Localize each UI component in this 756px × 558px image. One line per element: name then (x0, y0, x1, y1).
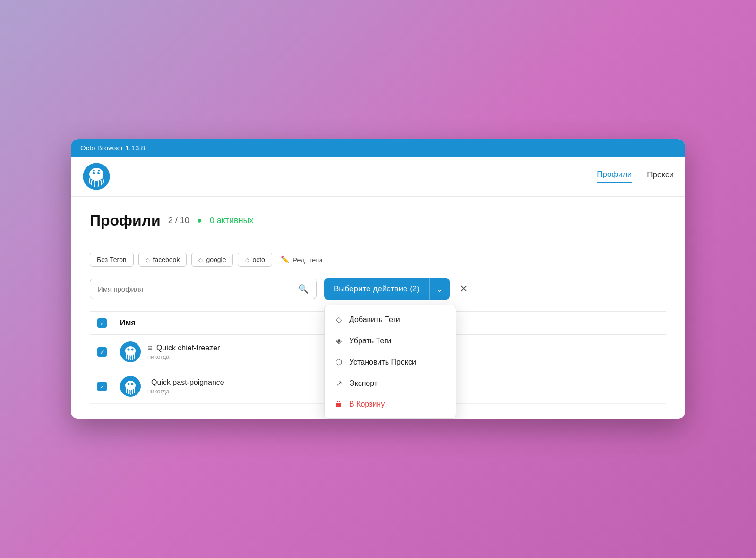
action-dropdown[interactable]: Выберите действие (2) ⌄ (324, 278, 450, 300)
tag-facebook[interactable]: ◇ facebook (138, 253, 187, 267)
edit-tags-button[interactable]: ✏️ Ред. теги (281, 255, 322, 264)
tag-no-tags[interactable]: Без Тегов (90, 253, 134, 267)
remove-tags-label: Убрать Теги (349, 337, 391, 345)
dropdown-item-remove-tags[interactable]: ◈ Убрать Теги (325, 330, 456, 351)
trash-icon: 🗑 (334, 400, 344, 409)
os-icon-1: ⊞ (147, 344, 153, 351)
tag-no-tags-label: Без Тегов (97, 256, 127, 263)
profile-last-used-1: никогда (147, 353, 220, 360)
svg-point-1 (89, 168, 103, 181)
close-action-button[interactable]: ✕ (455, 279, 472, 299)
profile-avatar-1 (120, 341, 141, 362)
profile-info-2: Quick past-poignance никогда (147, 378, 224, 395)
add-tags-icon: ◇ (334, 315, 344, 324)
select-all-checkbox[interactable]: ✓ (97, 318, 107, 328)
remove-tags-icon: ◈ (334, 336, 344, 345)
app-window: Octo Browser 1.13.8 (71, 139, 685, 419)
row1-checkbox-col: ✓ (97, 347, 116, 357)
action-dropdown-label: Выберите действие (2) (324, 279, 429, 299)
svg-point-9 (131, 349, 134, 351)
svg-point-12 (128, 383, 130, 385)
tag-octo-label: octo (252, 256, 265, 263)
svg-point-8 (128, 349, 130, 351)
tag-facebook-label: facebook (153, 256, 180, 263)
nav-tabs: Профили Прокси (597, 170, 674, 183)
dropdown-item-add-tags[interactable]: ◇ Добавить Теги (325, 309, 456, 330)
tag-google-icon: ◇ (198, 256, 203, 263)
row1-checkbox[interactable]: ✓ (97, 347, 107, 357)
tag-octo-icon: ◇ (245, 256, 249, 263)
add-tags-label: Добавить Теги (349, 315, 400, 324)
chevron-down-icon: ⌄ (429, 278, 450, 300)
tag-facebook-icon: ◇ (146, 256, 150, 263)
profile-info-1: ⊞ Quick chief-freezer никогда (147, 344, 220, 360)
title-bar-label: Octo Browser 1.13.8 (80, 144, 145, 152)
logo (82, 162, 111, 191)
profile-avatar-2 (120, 376, 141, 397)
search-box: 🔍 (90, 279, 317, 299)
set-proxy-icon: ⬡ (334, 357, 344, 366)
col-name-header: Имя (120, 319, 136, 327)
set-proxy-label: Установить Прокси (349, 358, 416, 366)
close-icon: ✕ (459, 283, 468, 295)
profile-name-2: Quick past-poignance (151, 378, 224, 387)
row2-checkbox-col: ✓ (97, 382, 116, 391)
tag-octo[interactable]: ◇ octo (238, 253, 272, 267)
header-checkbox-col: ✓ (97, 318, 116, 328)
export-label: Экспорт (349, 379, 378, 388)
search-input[interactable] (98, 285, 298, 293)
profile-name-1: Quick chief-freezer (156, 344, 220, 352)
tag-google[interactable]: ◇ google (191, 253, 233, 267)
dropdown-item-trash[interactable]: 🗑 В Корзину (325, 394, 456, 415)
dropdown-menu: ◇ Добавить Теги ◈ Убрать Теги ⬡ Установи… (324, 305, 456, 419)
dropdown-item-export[interactable]: ↗ Экспорт (325, 373, 456, 394)
edit-tags-pencil-icon: ✏️ (281, 255, 290, 264)
svg-point-13 (131, 383, 134, 385)
export-icon: ↗ (334, 379, 344, 388)
title-bar: Octo Browser 1.13.8 (71, 139, 685, 157)
search-actions-row: 🔍 Выберите действие (2) ⌄ ◇ Добавить Тег… (90, 278, 666, 300)
main-content: Профили 2 / 10 ● 0 активных Без Тегов ◇ … (71, 197, 685, 419)
tags-row: Без Тегов ◇ facebook ◇ google ◇ octo ✏️ … (90, 253, 666, 267)
profile-name-row-2: Quick past-poignance (147, 378, 224, 387)
divider-1 (90, 241, 666, 241)
action-area: Выберите действие (2) ⌄ ◇ Добавить Теги … (324, 278, 472, 300)
tab-proxy[interactable]: Прокси (647, 170, 674, 183)
svg-point-4 (94, 172, 94, 173)
profile-count: 2 / 10 (168, 216, 189, 226)
profile-name-row-1: ⊞ Quick chief-freezer (147, 344, 220, 352)
tab-profiles[interactable]: Профили (597, 170, 632, 183)
tag-google-label: google (206, 256, 226, 263)
dropdown-item-set-proxy[interactable]: ⬡ Установить Прокси (325, 351, 456, 373)
search-icon: 🔍 (298, 284, 309, 294)
trash-label: В Корзину (349, 400, 385, 409)
edit-tags-label: Ред. теги (292, 256, 322, 264)
page-header: Профили 2 / 10 ● 0 активных (90, 212, 666, 229)
nav-bar: Профили Прокси (71, 157, 685, 197)
row2-checkbox[interactable]: ✓ (97, 382, 107, 391)
page-title: Профили (90, 212, 161, 229)
profile-last-used-2: никогда (147, 388, 224, 395)
active-dot: ● (197, 216, 202, 226)
active-label: 0 активных (210, 216, 254, 226)
svg-point-5 (99, 172, 100, 173)
